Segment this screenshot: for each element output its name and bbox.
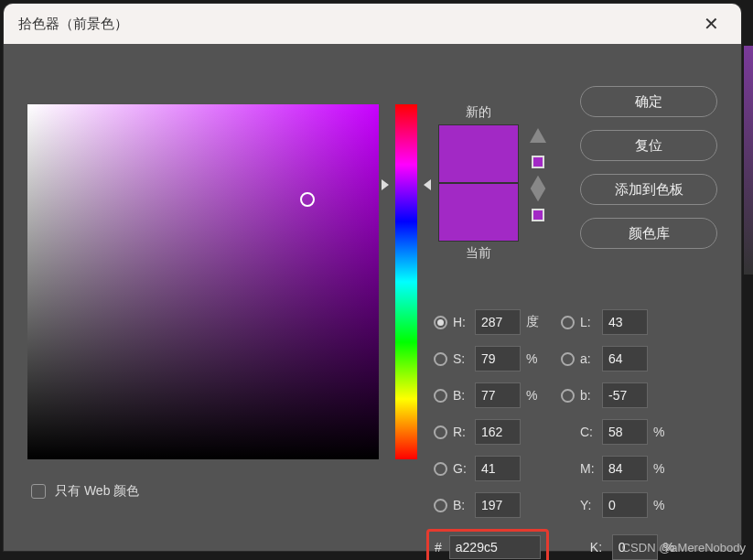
radio-b-rgb[interactable]: [434, 499, 447, 512]
gamut-swatch-icon[interactable]: [532, 156, 544, 168]
new-color-label: 新的: [438, 104, 519, 121]
label-h: H:: [453, 315, 475, 329]
sv-cursor-icon[interactable]: [300, 192, 315, 207]
radio-r[interactable]: [434, 425, 447, 439]
label-c: C:: [580, 425, 602, 439]
dialog-body: 新的 当前 确定 复位 添加到色板 颜色库 只有 Web 颜色 H:: [4, 44, 741, 62]
current-color-swatch[interactable]: [438, 183, 519, 242]
close-icon[interactable]: ✕: [696, 9, 726, 38]
radio-b-lab[interactable]: [561, 389, 575, 403]
input-b-lab[interactable]: [602, 382, 648, 408]
web-only-row: 只有 Web 颜色: [31, 483, 139, 500]
radio-g[interactable]: [434, 462, 447, 476]
input-g[interactable]: [475, 456, 521, 481]
websafe-swatch-icon[interactable]: [532, 209, 544, 221]
warning-icons: [530, 128, 546, 221]
input-a[interactable]: [602, 346, 648, 372]
unit-b-hsb: %: [526, 388, 544, 403]
label-g: G:: [453, 461, 475, 476]
titlebar: 拾色器（前景色） ✕: [4, 4, 741, 44]
radio-h[interactable]: [434, 316, 447, 329]
hex-input[interactable]: [449, 535, 541, 559]
unit-y: %: [653, 498, 672, 512]
radio-b-hsb[interactable]: [434, 389, 447, 403]
color-picker-dialog: 拾色器（前景色） ✕ 新的 当前 确定 复位 添加到色板 颜色库: [3, 3, 742, 552]
radio-a[interactable]: [561, 352, 575, 366]
input-b-rgb[interactable]: [475, 492, 521, 518]
new-color-swatch[interactable]: [438, 124, 519, 183]
radio-s[interactable]: [434, 352, 447, 366]
hue-arrow-right-icon[interactable]: [424, 179, 431, 190]
web-only-label: 只有 Web 颜色: [55, 483, 139, 500]
label-l: L:: [580, 315, 602, 329]
input-h[interactable]: [475, 309, 521, 335]
input-s[interactable]: [475, 346, 521, 372]
numeric-inputs: H: 度 L: S: % a:: [434, 304, 726, 560]
input-b-hsb[interactable]: [475, 382, 521, 408]
label-r: R:: [453, 425, 475, 439]
label-a: a:: [580, 351, 602, 366]
label-b-hsb: B:: [453, 388, 475, 403]
unit-m: %: [653, 461, 672, 476]
swatch-area: 新的 当前: [438, 104, 519, 265]
hue-slider[interactable]: [395, 104, 417, 459]
unit-s: %: [526, 351, 544, 366]
label-b-lab: b:: [580, 388, 602, 403]
label-y: Y:: [580, 498, 602, 512]
label-b-rgb: B:: [453, 498, 475, 512]
add-swatch-button[interactable]: 添加到色板: [580, 174, 717, 205]
dialog-title: 拾色器（前景色）: [18, 16, 128, 33]
cube-icon[interactable]: [531, 176, 546, 202]
hex-highlight-box: #: [426, 529, 549, 560]
color-library-button[interactable]: 颜色库: [580, 218, 717, 249]
gamut-warning-icon[interactable]: [530, 128, 546, 143]
watermark: CSDN @aMereNobody: [622, 541, 746, 555]
input-y[interactable]: [602, 492, 648, 518]
ok-button[interactable]: 确定: [580, 86, 717, 117]
label-m: M:: [580, 461, 602, 476]
input-c[interactable]: [602, 419, 648, 445]
input-m[interactable]: [602, 456, 648, 481]
saturation-value-field[interactable]: [27, 104, 379, 459]
button-column: 确定 复位 添加到色板 颜色库: [580, 86, 717, 249]
input-l[interactable]: [602, 309, 648, 335]
unit-h: 度: [526, 314, 544, 330]
background-edge: [744, 46, 753, 275]
radio-l[interactable]: [561, 316, 575, 329]
label-k: K:: [590, 540, 612, 555]
hue-arrow-left-icon[interactable]: [382, 179, 389, 190]
web-only-checkbox[interactable]: [31, 484, 46, 499]
unit-c: %: [653, 425, 672, 439]
label-s: S:: [453, 351, 475, 366]
reset-button[interactable]: 复位: [580, 130, 717, 161]
hex-label: #: [435, 540, 442, 555]
input-r[interactable]: [475, 419, 521, 445]
current-color-label: 当前: [438, 245, 519, 262]
